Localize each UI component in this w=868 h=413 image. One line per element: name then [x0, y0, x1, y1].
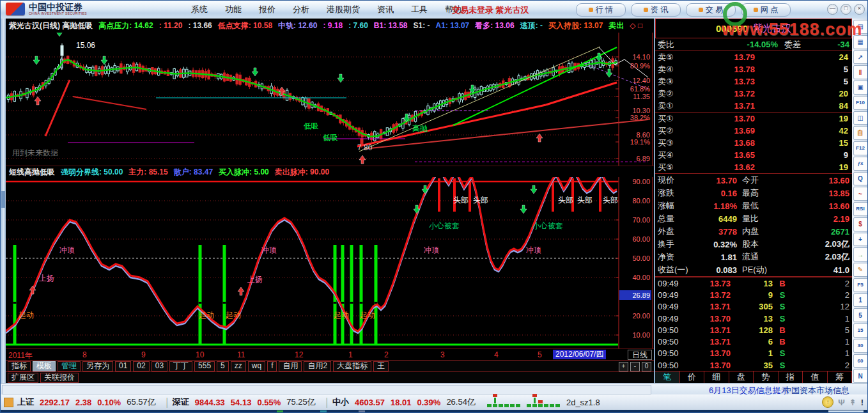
- toolbar-button-zz[interactable]: zz: [231, 361, 246, 371]
- toolbar-button-扩展区[interactable]: 扩展区: [8, 373, 38, 383]
- quote-tab-细[interactable]: 细: [704, 371, 729, 383]
- bid-row[interactable]: 买⑤13.6219: [655, 161, 852, 173]
- pages-icon[interactable]: ◫: [853, 111, 868, 125]
- formula-icon[interactable]: ƒx: [853, 157, 868, 171]
- move-icon[interactable]: +: [853, 233, 868, 247]
- toolbar-button-指标[interactable]: 指标: [8, 361, 31, 371]
- bid-row[interactable]: 买③13.6815: [655, 137, 852, 149]
- market-minibar-icon[interactable]: [487, 397, 560, 407]
- draw-icon[interactable]: ✎: [853, 263, 868, 277]
- menu-item-分析[interactable]: 分析: [293, 4, 309, 15]
- period-label[interactable]: 日线: [628, 350, 652, 360]
- index-quote-中小[interactable]: 中小4603.5718.010.39%26.54亿: [332, 396, 476, 408]
- trend-icon[interactable]: ↗: [853, 51, 868, 65]
- status-grid-icon[interactable]: [4, 398, 13, 407]
- toolbar-button-5[interactable]: 5: [217, 361, 229, 371]
- quote-tab-指[interactable]: 指: [779, 371, 803, 383]
- rsi-icon[interactable]: RSI: [853, 202, 868, 216]
- tick-list[interactable]: 09:4913.7313B209:4913.729S209:4913.71305…: [655, 277, 852, 371]
- toolbar-button-02[interactable]: 02: [133, 361, 149, 371]
- quote-tabs: 笔价细盘势指值筹: [655, 371, 852, 383]
- chart-zoom-reset[interactable]: 0: [642, 362, 651, 371]
- toolbar-button-另存为[interactable]: 另存为: [82, 361, 113, 371]
- level-label: 卖①: [658, 100, 687, 112]
- chart-zoom-in[interactable]: +: [619, 362, 628, 371]
- main-price-chart[interactable]: 15.06低吸低吸7.80高抛用到未来数据14.1080.9%12.4061.8…: [6, 33, 654, 166]
- tick-count: 1: [792, 348, 849, 358]
- toolbar-button-模板[interactable]: 模板: [33, 361, 56, 371]
- period-15-icon[interactable]: 15: [853, 323, 868, 338]
- time-axis-label: 8: [82, 350, 87, 359]
- alert-icon[interactable]: !: [861, 398, 864, 407]
- wave-icon[interactable]: ~: [853, 187, 868, 201]
- zoom-icon[interactable]: Q: [853, 172, 868, 186]
- time-axis[interactable]: 2011年89101112123452012/06/07/四日线: [6, 348, 654, 361]
- toolbar-button-王[interactable]: 王: [373, 361, 389, 371]
- goto-icon[interactable]: →: [853, 247, 868, 261]
- index-quote-上证[interactable]: 上证2292.172.380.10%65.57亿: [17, 396, 156, 408]
- bid-row[interactable]: 买②13.6942: [655, 125, 852, 137]
- toolbar-button-自用2[interactable]: 自用2: [304, 361, 331, 371]
- left-scroll-notch[interactable]: [1, 191, 5, 208]
- menu-item-报价[interactable]: 报价: [259, 4, 275, 15]
- index-quote-深证[interactable]: 深证9844.3354.130.55%75.25亿: [173, 396, 316, 408]
- indicator-value: 卖出脉冲: 90.00: [275, 168, 329, 176]
- toolbar-button-大盘指标[interactable]: 大盘指标: [333, 361, 371, 371]
- period-1-icon[interactable]: 1: [853, 293, 868, 308]
- menu-item-工具[interactable]: 工具: [411, 4, 428, 15]
- toolbar-button-管理[interactable]: 管理: [58, 361, 81, 371]
- toolbar-button-555[interactable]: 555: [194, 361, 215, 371]
- ask-row[interactable]: 卖①13.7184: [655, 100, 852, 112]
- ask-row[interactable]: 卖②13.7220: [655, 88, 852, 100]
- ask-row[interactable]: 卖③13.735: [655, 75, 852, 88]
- toolbar-button-01[interactable]: 01: [115, 361, 131, 371]
- traffic-icon[interactable]: ↟: [849, 398, 856, 407]
- toolbar-button-自用[interactable]: 自用: [279, 361, 302, 371]
- menu-item-港股期货[interactable]: 港股期货: [327, 4, 360, 15]
- menu-item-功能[interactable]: 功能: [225, 4, 242, 15]
- news-icon[interactable]: ▣: [853, 81, 868, 95]
- maximize-button[interactable]: □: [841, 4, 851, 15]
- quote-tab-价[interactable]: 价: [680, 371, 705, 383]
- minimize-button[interactable]: —: [827, 4, 838, 15]
- top-button-资讯[interactable]: 资 讯: [631, 3, 681, 17]
- current-value-text: 26.89: [632, 292, 650, 299]
- f10-icon[interactable]: F10: [853, 96, 868, 110]
- quote-tab-势[interactable]: 势: [754, 371, 779, 383]
- quote-tab-筹[interactable]: 筹: [828, 371, 853, 383]
- toolbar-button-关联报价[interactable]: 关联报价: [40, 373, 79, 383]
- custom-icon[interactable]: 自: [853, 126, 868, 140]
- indicator-axis-label: 70.00: [632, 216, 650, 224]
- quote-tab-盘[interactable]: 盘: [729, 371, 754, 383]
- ask-row[interactable]: 卖④13.785: [655, 63, 852, 75]
- period-60-icon[interactable]: 60: [853, 354, 868, 368]
- toolbar-button-03[interactable]: 03: [151, 361, 167, 371]
- sub-indicator-chart[interactable]: 冲顶冲顶冲顶冲顶上扬上扬小心被套小心被套头部头部头部头部头部起动起动起动起动起动…: [6, 177, 654, 348]
- stat-label: 净资: [658, 251, 695, 263]
- toolbar-button-wq[interactable]: wq: [248, 361, 265, 371]
- money-icon[interactable]: $: [853, 217, 868, 231]
- bid-row[interactable]: 买④13.659: [655, 149, 852, 161]
- menu-item-资讯[interactable]: 资讯: [377, 4, 394, 15]
- chart-zoom-out[interactable]: -: [630, 362, 640, 371]
- ask-row[interactable]: 卖⑤13.7924: [655, 51, 852, 63]
- selected-date[interactable]: 2012/06/07/四: [553, 350, 606, 359]
- top-button-网点[interactable]: 网 点: [741, 3, 791, 17]
- quote-tab-值[interactable]: 值: [803, 371, 828, 383]
- f12-icon[interactable]: F12: [853, 141, 868, 155]
- period-30-icon[interactable]: 30: [853, 339, 868, 353]
- close-button[interactable]: ×: [854, 4, 865, 15]
- period-5-icon[interactable]: 5: [853, 308, 868, 322]
- bid-row[interactable]: 买①13.7019: [655, 113, 852, 125]
- toolbar-button-f[interactable]: f: [267, 361, 277, 371]
- toolbar-button-丁丁[interactable]: 丁丁: [169, 361, 192, 371]
- period-n-icon[interactable]: N: [853, 369, 868, 383]
- kline-icon[interactable]: ‖: [853, 65, 868, 79]
- signal-icon[interactable]: Ψ: [838, 398, 845, 407]
- top-button-行情[interactable]: 行 情: [576, 3, 626, 17]
- menu-item-系统[interactable]: 系统: [191, 4, 208, 15]
- update-icon[interactable]: ↑: [822, 396, 833, 408]
- f5-icon[interactable]: F5: [853, 278, 868, 292]
- quote-tab-笔[interactable]: 笔: [655, 371, 680, 383]
- chart-annotation: 冲顶: [424, 245, 439, 254]
